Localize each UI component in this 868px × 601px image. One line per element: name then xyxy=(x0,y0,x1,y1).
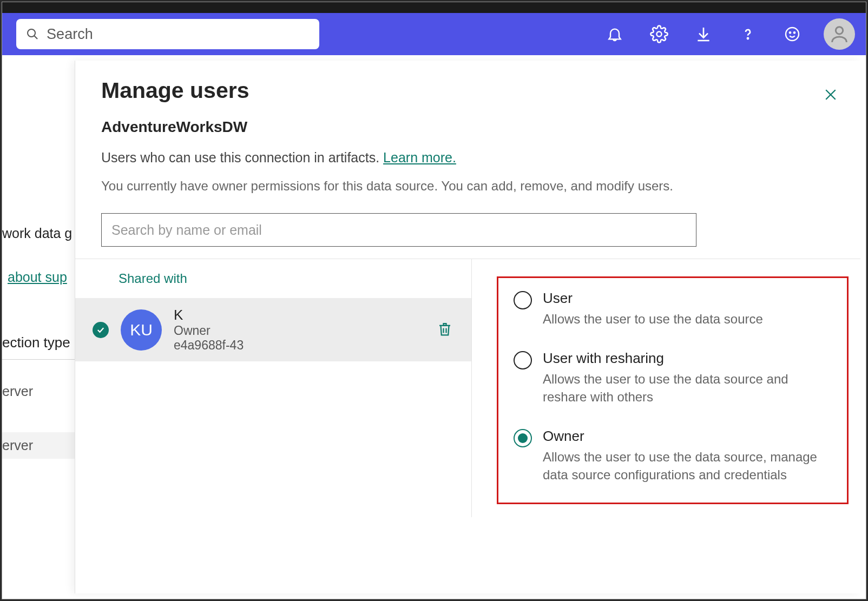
bg-text-line: erver xyxy=(2,432,78,459)
svg-point-4 xyxy=(786,28,799,41)
radio-icon[interactable] xyxy=(514,291,532,309)
desc-text: Users who can use this connection in art… xyxy=(101,150,383,165)
selected-check-icon xyxy=(93,322,109,338)
role-description: Allows the user to use the data source a… xyxy=(543,370,824,406)
user-list-row[interactable]: KU K Owner e4a9688f-43 xyxy=(75,298,471,361)
role-label: User xyxy=(543,290,763,307)
svg-line-1 xyxy=(35,36,38,39)
role-selector-highlight: User Allows the user to use the data sou… xyxy=(497,276,849,504)
close-panel-button[interactable] xyxy=(823,87,842,106)
user-avatar: KU xyxy=(121,309,162,351)
user-search-input[interactable] xyxy=(101,213,696,247)
global-search-input[interactable] xyxy=(47,26,310,43)
top-header-bar xyxy=(2,13,866,55)
download-icon[interactable] xyxy=(692,22,715,46)
svg-point-0 xyxy=(28,29,35,37)
role-label: User with resharing xyxy=(543,350,824,367)
learn-more-link[interactable]: Learn more. xyxy=(383,150,456,165)
svg-point-3 xyxy=(747,38,748,39)
radio-icon-selected[interactable] xyxy=(514,429,532,447)
user-id: e4a9688f-43 xyxy=(174,338,425,353)
window-chrome-bar xyxy=(2,2,866,13)
role-description: Allows the user to use the data source xyxy=(543,310,763,328)
connection-name: AdventureWorksDW xyxy=(101,118,834,136)
panel-description: Users who can use this connection in art… xyxy=(101,150,834,166)
radio-icon[interactable] xyxy=(514,351,532,369)
user-name: K xyxy=(174,307,425,323)
svg-point-7 xyxy=(836,27,843,34)
delete-user-button[interactable] xyxy=(437,320,461,340)
settings-gear-icon[interactable] xyxy=(647,22,671,46)
profile-avatar[interactable] xyxy=(824,18,855,50)
bg-text-line: erver xyxy=(2,384,33,399)
global-search-box[interactable] xyxy=(16,19,319,49)
svg-point-5 xyxy=(790,32,791,33)
role-option-owner[interactable]: Owner Allows the user to use the data so… xyxy=(514,428,832,484)
user-role-label: Owner xyxy=(174,323,425,338)
role-description: Allows the user to use the data source, … xyxy=(543,448,824,484)
bg-divider xyxy=(2,359,78,360)
svg-point-6 xyxy=(794,32,795,33)
shared-with-tab[interactable]: Shared with xyxy=(75,259,471,298)
role-option-user-resharing[interactable]: User with resharing Allows the user to u… xyxy=(514,350,832,406)
feedback-smiley-icon[interactable] xyxy=(780,22,804,46)
search-icon xyxy=(26,27,39,41)
bg-text-line: work data g xyxy=(2,226,72,241)
permissions-note: You currently have owner permissions for… xyxy=(101,179,834,194)
role-option-user[interactable]: User Allows the user to use the data sou… xyxy=(514,290,832,328)
panel-title: Manage users xyxy=(101,78,834,103)
background-partial-page: work data g about sup ection type erver … xyxy=(2,55,78,599)
bg-link[interactable]: about sup xyxy=(8,269,67,285)
manage-users-panel: Manage users AdventureWorksDW Users who … xyxy=(75,61,860,593)
bg-text-line: ection type xyxy=(2,334,70,351)
svg-point-2 xyxy=(656,31,661,36)
help-icon[interactable] xyxy=(736,22,760,46)
notifications-icon[interactable] xyxy=(603,22,627,46)
role-label: Owner xyxy=(543,428,824,445)
